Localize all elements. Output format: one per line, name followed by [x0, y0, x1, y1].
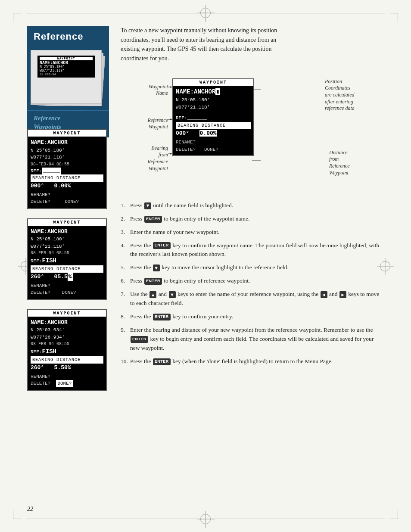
screen2-delete: DELETE? DONE? — [31, 289, 103, 296]
left-arrow-7: ◄ — [321, 291, 327, 298]
screen2-bottom: RENAME? DELETE? DONE? — [31, 281, 103, 297]
gps-screen-1: WAYPOINT NAME:ANCHOR N 25°05.180' W077°2… — [27, 129, 107, 209]
arrow-position — [252, 83, 286, 96]
corner-bl-h — [13, 519, 22, 519]
diagram-coord1: N 25°05.180' — [176, 96, 251, 104]
corner-tr-h — [389, 13, 398, 13]
diagram-delete-done: DELETE? DONE? — [176, 146, 251, 153]
screen1-ref: REF:______ — [31, 168, 103, 175]
enter-btn-8: ENTER — [153, 314, 171, 320]
arrow-reference — [121, 113, 181, 126]
screen2-date: 08-FEB-94 08:55 — [31, 250, 103, 256]
diagram-screen: WAYPOINT NAME:ANCHOR▮ N 25°05.180' W077°… — [172, 78, 254, 156]
instruction-5-num: 5. — [121, 263, 130, 272]
instruction-4-text: Press the ENTER key to confirm the waypo… — [130, 241, 381, 259]
screen2-bearing-values: 260° 05.5% — [31, 273, 103, 281]
down-arrow-5: ▼ — [153, 264, 160, 271]
diagram-divider — [176, 113, 251, 113]
screen1-coord1: N 25°05.180' — [31, 147, 103, 154]
screens-container: WAYPOINT NAME:ANCHOR N 25°05.180' W077°2… — [27, 129, 111, 400]
diagram-name: NAME:ANCHOR▮ — [176, 87, 251, 97]
instruction-1-text: Press ▼ until the name field is highligh… — [130, 201, 381, 210]
intro-paragraph: To create a new waypoint manually withou… — [121, 26, 284, 63]
screen2-dist-highlight: % — [68, 273, 73, 281]
screen1-date: 08-FEB-94 08:55 — [31, 161, 103, 168]
instruction-6-num: 6. — [121, 277, 130, 286]
instruction-7-num: 7. — [121, 290, 130, 299]
instruction-8-num: 8. — [121, 312, 130, 321]
down-arrow-7: ▼ — [169, 291, 176, 298]
diagram-coord2: W077°21.118' — [176, 104, 251, 111]
diagram-bearing-header: BEARING DISTANCE — [176, 122, 251, 130]
screen1-bearing-values: 000° 0.00% — [31, 182, 103, 190]
instruction-6-text: Press ENTER to begin entry of reference … — [130, 277, 381, 286]
instruction-9: 9. Enter the bearing and distance of you… — [121, 326, 381, 353]
instruction-5: 5. Press the ▼ key to move the cursor hi… — [121, 263, 381, 272]
screen3-done-box: DONE? — [56, 380, 73, 387]
screen2-ref: REF:FISH — [31, 256, 103, 265]
screen1-content: NAME:ANCHOR N 25°05.180' W077°21.118' 08… — [28, 137, 106, 208]
corner-tl-v — [13, 13, 13, 22]
instruction-8-text: Press the ENTER key to confirm your entr… — [130, 312, 381, 321]
instruction-1-num: 1. — [121, 201, 130, 210]
corner-tl-h — [13, 13, 22, 13]
arrow-bearing — [121, 147, 181, 160]
screen2-title: WAYPOINT — [28, 219, 106, 226]
screen3-bottom: RENAME? DELETE? DONE? — [31, 372, 103, 388]
screen1-rename: RENAME? — [31, 191, 103, 199]
screen3-date: 08-FEB-94 08:55 — [31, 341, 103, 347]
sidebar-reference-box: Reference — [27, 26, 109, 46]
enter-btn-6: ENTER — [144, 278, 162, 285]
sidebar: Reference WAYPOINT NAME:ANCHOR N 25°05.1… — [27, 26, 109, 137]
instruction-3-text: Enter the name of your new waypoint. — [130, 228, 381, 237]
right-arrow-7: ► — [339, 291, 346, 298]
instruction-3-num: 3. — [121, 228, 130, 237]
page-number: 22 — [27, 506, 33, 513]
instruction-4: 4. Press the ENTER key to confirm the wa… — [121, 241, 381, 259]
instruction-6: 6. Press ENTER to begin entry of referen… — [121, 277, 381, 286]
crosshair-top — [200, 8, 211, 18]
crosshair-bottom — [200, 514, 211, 524]
diagram-content: NAME:ANCHOR▮ N 25°05.180' W077°21.118' R… — [173, 86, 253, 156]
instruction-9-text: Enter the bearing and distance of your n… — [130, 326, 381, 353]
annotation-position-coords: PositionCoordinatesare calculatedafter e… — [325, 78, 381, 112]
enter-btn-9: ENTER — [131, 336, 148, 343]
screen3-bearing-header: BEARING DISTANCE — [31, 356, 103, 364]
enter-btn-10: ENTER — [153, 358, 171, 365]
screen3-name: NAME:ANCHOR — [31, 318, 103, 327]
screen1-delete: DELETE? DONE? — [31, 198, 103, 205]
corner-br-h — [389, 519, 398, 519]
instruction-10-text: Press the ENTER key (when the 'done' fie… — [130, 357, 381, 366]
up-arrow-7: ▲ — [149, 291, 156, 298]
crosshair-right — [380, 261, 390, 271]
screen1-name: NAME:ANCHOR — [31, 138, 103, 147]
screen3-rename: RENAME? — [31, 373, 103, 380]
screen2-coord1: N 25°05.180' — [31, 236, 103, 243]
screen2-bearing-header: BEARING DISTANCE — [31, 265, 103, 273]
instruction-9-num: 9. — [121, 326, 130, 335]
instruction-7: 7. Use the ▲ and ▼ keys to enter the nam… — [121, 290, 381, 308]
screen2-rename: RENAME? — [31, 282, 103, 289]
instruction-4-num: 4. — [121, 241, 130, 250]
instructions-list: 1. Press ▼ until the name field is highl… — [121, 201, 381, 366]
instruction-5-text: Press the ▼ key to move the cursor highl… — [130, 263, 381, 272]
screen1-bearing-header: BEARING DISTANCE — [31, 174, 103, 182]
gps-screen-3: WAYPOINT NAME:ANCHOR N 25°03.634' W077°2… — [27, 309, 107, 391]
instruction-10-num: 10. — [121, 357, 130, 366]
diagram-cursor: ▮ — [215, 88, 220, 95]
corner-br-v — [398, 510, 398, 519]
diagram-rename: RENAME? — [176, 138, 251, 146]
screen3-delete-done: DELETE? DONE? — [31, 380, 103, 387]
screen3-title: WAYPOINT — [28, 310, 106, 317]
screen1-ref-highlight: ______ — [42, 168, 61, 175]
diagram-dist-cursor: 0.00% — [199, 130, 217, 137]
screen3-coord2: W077°26.934' — [31, 334, 103, 341]
instruction-10: 10. Press the ENTER key (when the 'done'… — [121, 357, 381, 366]
screen1-title: WAYPOINT — [28, 130, 106, 137]
screen2-coord2: W077°21.118' — [31, 243, 103, 250]
sidebar-title: Reference — [34, 31, 103, 42]
diagram-bearing-values: 000° 0.00% — [176, 129, 251, 138]
main-content: To create a new waypoint manually withou… — [121, 26, 381, 370]
down-arrow-1: ▼ — [144, 202, 151, 209]
screen1-bottom: RENAME? DELETE? DONE? — [31, 190, 103, 206]
